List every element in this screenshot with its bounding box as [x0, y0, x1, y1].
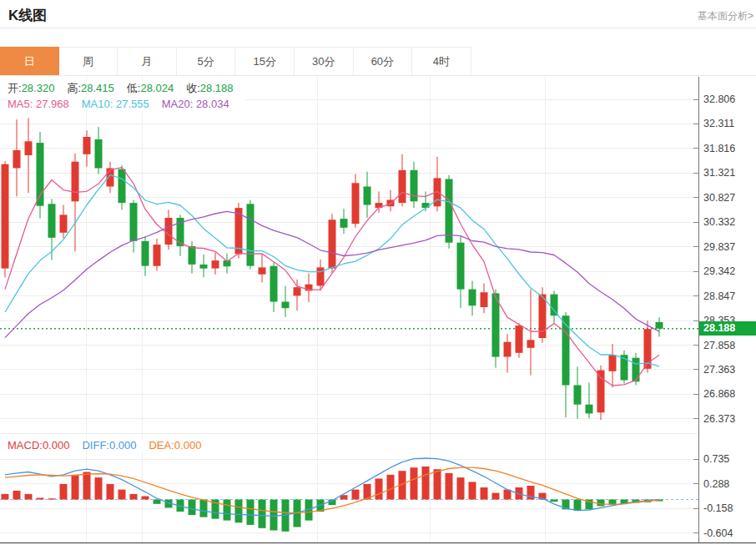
price-tick-label: 27.858 [703, 340, 735, 351]
legend-label-dea: DEA: [149, 439, 174, 452]
candle-body [2, 164, 9, 269]
macd-bar [375, 478, 383, 499]
macd-bar [95, 477, 103, 499]
legend-item-dea: DEA:0.000 [149, 439, 201, 452]
candle-body [504, 342, 512, 357]
price-tick-label: 32.806 [703, 93, 735, 105]
candle-body [399, 170, 406, 203]
legend-label-ma10: MA10: [82, 98, 116, 110]
macd-bar [446, 473, 453, 500]
legend-value-ma10: 27.555 [116, 98, 149, 110]
candle-body [189, 246, 196, 265]
macd-bar [387, 475, 395, 500]
legend-value-close: 28.188 [200, 82, 234, 94]
legend-item-ma10: MA10: 27.555 [82, 98, 149, 110]
macd-bar [411, 467, 418, 499]
price-tick-label: 29.837 [703, 241, 735, 253]
price-tick-label: 26.373 [703, 413, 735, 425]
candle-body [586, 405, 593, 414]
macd-bar [352, 490, 360, 500]
macd-tick-label: 0.735 [703, 453, 729, 465]
macd-bar [130, 494, 138, 500]
legend-label-low: 低: [127, 82, 141, 94]
candle-body [597, 371, 605, 413]
legend-value-low: 28.024 [140, 82, 174, 94]
macd-bar [142, 497, 149, 500]
macd-bar [247, 500, 255, 525]
candle-body [142, 241, 149, 266]
macd-bar [154, 500, 161, 504]
candle-body [13, 150, 21, 168]
ma-legend: MA5: 27.968MA10: 27.555MA20: 28.034 [8, 97, 245, 111]
macd-tick-label: -0.158 [703, 502, 733, 514]
candle-body [60, 214, 68, 232]
legend-label-close: 收: [186, 82, 200, 94]
macd-bar [60, 484, 68, 500]
ohlc-legend: 开:28.320高:28.415低:28.024收:28.188 [8, 81, 249, 95]
macd-bar [457, 477, 465, 499]
macd-bar [200, 500, 208, 517]
legend-label-ma20: MA20: [162, 98, 196, 110]
legend-item-ma5: MA5: 27.968 [8, 98, 69, 110]
macd-bar [72, 475, 79, 500]
candle-body [37, 143, 44, 206]
candle-body [457, 243, 465, 290]
price-tick-label: 26.868 [703, 388, 735, 400]
candle-body [200, 265, 208, 269]
legend-value-high: 28.415 [81, 82, 114, 94]
candle-body [574, 386, 582, 405]
candle-body [118, 169, 126, 204]
legend-label-ma5: MA5: [8, 98, 36, 110]
macd-bar [118, 490, 126, 500]
macd-bar [83, 472, 91, 500]
legend-value-ma20: 28.034 [196, 98, 229, 110]
macd-bar [25, 494, 33, 500]
price-tick-label: 32.311 [703, 118, 734, 129]
candle-body [259, 267, 266, 274]
candle-body [72, 162, 79, 202]
legend-label-macd: MACD: [8, 439, 43, 452]
candle-body [130, 203, 138, 241]
macd-bar [551, 500, 558, 502]
candle-body [411, 170, 418, 202]
candle-body [562, 315, 570, 385]
candle-body [446, 179, 453, 243]
macd-tick-label: -0.604 [703, 527, 733, 539]
macd-bar [224, 500, 231, 521]
macd-bar [107, 484, 114, 500]
legend-label-diff: DIFF: [82, 439, 109, 452]
price-tick-label: 29.342 [703, 265, 735, 277]
price-tick-label: 27.363 [703, 364, 735, 376]
macd-bar [48, 498, 56, 499]
macd-bar [574, 500, 582, 511]
candle-body [282, 302, 290, 309]
kline-widget: K线图 基本面分析> 日周月5分15分30分60分4时 开:28.320高:28… [0, 0, 756, 545]
macd-bar [597, 500, 605, 507]
candle-body [340, 219, 348, 228]
legend-item-diff: DIFF:0.000 [82, 439, 136, 452]
price-tick-label: 31.321 [703, 167, 735, 179]
macd-bar [259, 500, 266, 528]
macd-bar [492, 493, 500, 500]
candle-body [352, 183, 360, 224]
candle-body [551, 295, 558, 316]
macd-bar [434, 469, 441, 499]
legend-value-ma5: 27.968 [36, 98, 69, 110]
price-tick-label: 28.847 [703, 290, 735, 302]
legend-item-ma20: MA20: 28.034 [162, 98, 229, 110]
candle-body [294, 287, 301, 295]
candle-body [516, 325, 523, 353]
macd-bar [189, 500, 196, 516]
legend-value-open: 28.320 [22, 82, 55, 94]
legend-item-low: 低:28.024 [127, 82, 174, 94]
price-tick-label: 30.827 [703, 192, 735, 204]
macd-bar [469, 482, 476, 499]
legend-item-close: 收:28.188 [186, 82, 233, 94]
ma5-line [5, 168, 659, 386]
candle-body [609, 355, 617, 371]
candle-body [469, 290, 476, 306]
candle-body [25, 141, 33, 155]
macd-bar [270, 500, 278, 531]
legend-value-macd: 0.000 [43, 439, 70, 452]
legend-item-open: 开:28.320 [8, 82, 54, 94]
